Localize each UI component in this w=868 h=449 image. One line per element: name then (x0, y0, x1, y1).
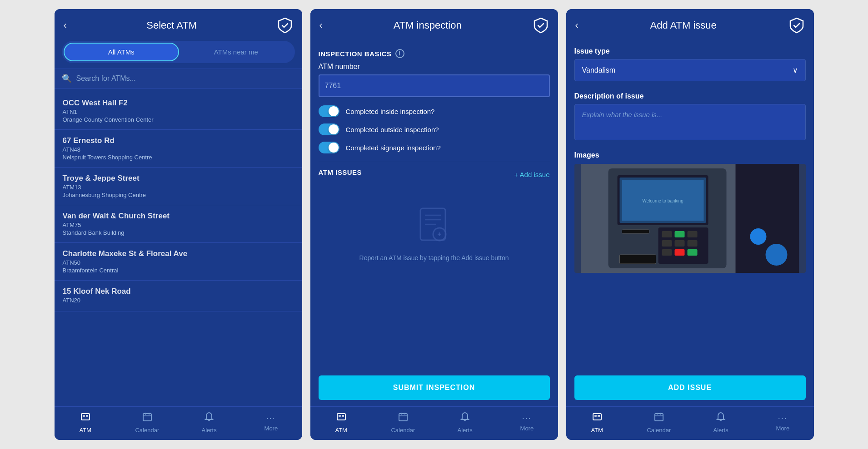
svg-text:Welcome to banking: Welcome to banking (642, 198, 683, 203)
toggle-outside-switch[interactable] (319, 123, 339, 135)
screen3-header: ‹ Add ATM issue (566, 9, 814, 41)
atm-list-item[interactable]: Troye & Jeppe Street ATM13 Johannesburg … (55, 168, 302, 205)
add-issue-main-button[interactable]: ADD ISSUE (574, 375, 806, 400)
search-icon: 🔍 (62, 74, 72, 84)
nav-calendar-label: Calendar (135, 427, 159, 434)
toggle-inside-label: Completed inside inspection? (346, 108, 435, 115)
toggle-inside[interactable]: Completed inside inspection? (319, 105, 550, 117)
issues-header: ATM ISSUES + Add issue (319, 168, 550, 181)
atm-name: 15 Kloof Nek Road (63, 287, 294, 296)
atm-number-field[interactable]: 7761 (319, 74, 550, 97)
screen2-content: INSPECTION BASICS i ATM number 7761 Comp… (310, 41, 558, 368)
nav-atm[interactable]: ATM (72, 411, 99, 434)
toggle-outside[interactable]: Completed outside inspection? (319, 123, 550, 135)
atm-list-item[interactable]: OCC West Hall F2 ATN1 Orange County Conv… (55, 92, 302, 130)
search-placeholder: Search for ATMs... (76, 74, 136, 83)
screen3-content: Issue type Vandalism ∨ Description of is… (566, 41, 814, 375)
toggle-signage-switch[interactable] (319, 142, 339, 153)
nav-more-label: More (264, 425, 278, 432)
atm-name: Van der Walt & Church Street (63, 212, 294, 221)
alerts-nav-icon (459, 411, 470, 425)
more-nav-icon: ··· (266, 414, 276, 423)
atm-nav-icon (80, 411, 91, 425)
toggle-signage-label: Completed signage inspection? (346, 144, 441, 152)
nav-calendar[interactable]: Calendar (389, 411, 417, 434)
nav-more-label: More (776, 425, 790, 432)
nav-more[interactable]: ··· More (257, 414, 284, 432)
empty-state: Report an ATM issue by tapping the Add i… (319, 188, 550, 281)
empty-state-text: Report an ATM issue by tapping the Add i… (359, 253, 509, 263)
svg-rect-38 (662, 249, 672, 256)
nav-calendar[interactable]: Calendar (134, 411, 161, 434)
more-nav-icon: ··· (778, 414, 788, 423)
atm-code: ATM13 (63, 184, 294, 191)
atm-code: ATM75 (63, 222, 294, 228)
submit-inspection-button[interactable]: SUBMIT INSPECTION (319, 375, 550, 400)
search-bar[interactable]: 🔍 Search for ATMs... (55, 69, 302, 89)
nav-calendar-label: Calendar (647, 427, 671, 434)
shield-icon (533, 17, 549, 34)
atm-code: ATN20 (63, 297, 294, 304)
tab-atms-near-me[interactable]: ATMs near me (179, 43, 293, 61)
svg-point-42 (750, 228, 766, 245)
nav-more[interactable]: ··· More (769, 414, 796, 432)
tab-row: All ATMs ATMs near me (62, 41, 295, 63)
toggle-inside-switch[interactable] (319, 105, 339, 117)
svg-rect-1 (83, 415, 85, 417)
nav-more[interactable]: ··· More (513, 414, 540, 432)
svg-point-43 (765, 244, 787, 266)
issue-type-section: Issue type Vandalism ∨ (574, 47, 806, 92)
toggle-knob (329, 143, 339, 153)
atm-location: Nelspruit Towers Shopping Centre (63, 154, 294, 161)
atm-name: Troye & Jeppe Street (63, 174, 294, 183)
nav-alerts[interactable]: Alerts (707, 411, 734, 434)
toggle-outside-label: Completed outside inspection? (346, 126, 439, 133)
screen-select-atm: ‹ Select ATM All ATMs ATMs near me 🔍 Sea… (55, 9, 302, 440)
shield-icon (788, 17, 805, 34)
screen1-header: ‹ Select ATM (55, 9, 302, 41)
atm-nav-icon (336, 411, 347, 425)
images-section: Images Welcome to banking (574, 151, 806, 276)
atm-list-item[interactable]: 15 Kloof Nek Road ATN20 (55, 281, 302, 311)
description-label: Description of issue (574, 92, 806, 100)
svg-rect-16 (339, 415, 341, 417)
section-basics-title: INSPECTION BASICS i (319, 49, 550, 58)
screen2-header: ‹ ATM inspection (310, 9, 558, 41)
screen1-title: Select ATM (67, 20, 277, 31)
toggle-signage[interactable]: Completed signage inspection? (319, 142, 550, 153)
alerts-nav-icon (204, 411, 215, 425)
nav-calendar[interactable]: Calendar (645, 411, 673, 434)
issue-type-select[interactable]: Vandalism ∨ (574, 59, 806, 81)
atm-location: Orange County Convention Center (63, 116, 294, 123)
atm-image-svg: Welcome to banking (574, 164, 806, 273)
toggle-knob (329, 124, 339, 134)
screen2-title: ATM inspection (323, 20, 533, 31)
description-section: Description of issue Explain what the is… (574, 92, 806, 151)
screen3-title: Add ATM issue (579, 20, 788, 31)
screen-add-atm-issue: ‹ Add ATM issue Issue type Vandalism ∨ D… (566, 9, 814, 440)
atm-location: Braamfontein Central (63, 267, 294, 274)
svg-rect-36 (674, 240, 684, 247)
description-textarea[interactable]: Explain what the issue is... (574, 104, 806, 140)
atm-list-item[interactable]: Charlotte Maxeke St & Floreal Ave ATN50 … (55, 243, 302, 281)
atm-name: OCC West Hall F2 (63, 99, 294, 108)
tab-all-atms[interactable]: All ATMs (64, 43, 180, 61)
nav-alerts[interactable]: Alerts (195, 411, 223, 434)
nav-atm[interactable]: ATM (584, 411, 611, 434)
back-button[interactable]: ‹ (319, 20, 323, 31)
atm-list-item[interactable]: 67 Ernesto Rd ATN48 Nelspruit Towers Sho… (55, 130, 302, 168)
atm-list-item[interactable]: Van der Walt & Church Street ATM75 Stand… (55, 205, 302, 243)
nav-alerts-label: Alerts (713, 427, 728, 434)
svg-rect-33 (674, 231, 684, 237)
svg-rect-37 (687, 240, 697, 247)
info-icon[interactable]: i (395, 49, 404, 58)
alerts-nav-icon (715, 411, 726, 425)
add-issue-button[interactable]: + Add issue (514, 171, 550, 178)
svg-rect-45 (594, 415, 597, 417)
back-button[interactable]: ‹ (575, 20, 579, 31)
calendar-nav-icon (142, 411, 153, 425)
back-button[interactable]: ‹ (64, 20, 67, 31)
nav-alerts[interactable]: Alerts (451, 411, 479, 434)
nav-atm[interactable]: ATM (328, 411, 355, 434)
svg-rect-32 (662, 231, 672, 237)
